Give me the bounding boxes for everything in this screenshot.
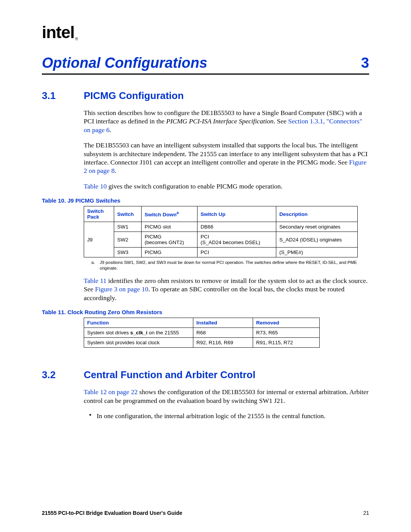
section-title: Central Function and Arbiter Control [84,369,255,381]
cell: SW1 [114,222,142,232]
table-row: J9 SW1 PICMG slot DB66 Secondary reset o… [84,222,358,232]
cell: SW3 [114,248,142,257]
col-removed: Removed [253,318,320,328]
chapter-title: Optional Configurations [42,55,207,71]
col-function: Function [84,318,193,328]
table-11-caption: Table 11. Clock Routing Zero Ohm Resisto… [42,309,369,315]
cell: System slot provides local clock [84,338,193,348]
col-description: Description [276,206,358,222]
table-10: Switch Pack Switch Switch Downa Switch U… [84,206,358,257]
intel-logo: intel ® [42,23,369,42]
chapter-header: Optional Configurations 3 [42,55,369,75]
cell: S_AD24 (IDSEL) originates [276,232,358,248]
cell: DB66 [198,222,276,232]
section-3-1-header: 3.1 PICMG Configuration [42,90,369,102]
logo-reg: ® [75,37,77,41]
cell: R92, R116, R69 [193,338,253,348]
cell-pack: J9 [84,222,114,257]
cell: PICMG(becomes GNT2) [142,232,198,248]
table-row: SW3 PICMG PCI (S_PME#) [84,248,358,257]
cell: R91, R115, R72 [253,338,320,348]
link-table-12[interactable]: Table 12 on page 22 [84,388,138,396]
cell: System slot drives s_clk_i on the 21555 [84,328,193,338]
section-title: PICMG Configuration [84,90,184,102]
col-switch-up: Switch Up [198,206,276,222]
paragraph: Table 10 gives the switch configuration … [84,182,369,190]
link-figure-3[interactable]: Figure 3 on page 10 [95,285,148,293]
bullet-item: • In one configuration, the internal arb… [89,412,369,420]
bullet-icon: • [89,412,97,420]
link-table-11[interactable]: Table 11 [84,277,107,284]
col-switch: Switch [114,206,142,222]
section-number: 3.1 [42,90,84,102]
table-row: System slot drives s_clk_i on the 21555 … [84,328,320,338]
table-header-row: Function Installed Removed [84,318,320,328]
table-row: System slot provides local clock R92, R1… [84,338,320,348]
table-10-caption: Table 10. J9 PICMG Switches [42,197,369,204]
paragraph: The DE1B55503 can have an intelligent su… [84,141,369,175]
chapter-number: 3 [361,55,369,71]
paragraph: Table 11 identifies the zero ohm resisto… [84,276,369,302]
link-table-10[interactable]: Table 10 [84,182,107,190]
footer-title: 21555 PCI-to-PCI Bridge Evaluation Board… [42,510,182,516]
cell: Secondary reset originates [276,222,358,232]
spec-name: PICMG PCI-ISA Interface Specification [166,117,274,125]
cell: PICMG [142,248,198,257]
table-10-footnote: a. J9 positions SW1, SW2, and SW3 must b… [91,260,369,271]
paragraph: Table 12 on page 22 shows the configurat… [84,388,369,405]
cell: PCI(S_AD24 becomes DSEL) [198,232,276,248]
page-number: 21 [363,510,369,516]
cell: PCI [198,248,276,257]
section-number: 3.2 [42,369,84,381]
cell: (S_PME#) [276,248,358,257]
table-row: SW2 PICMG(becomes GNT2) PCI(S_AD24 becom… [84,232,358,248]
page-footer: 21555 PCI-to-PCI Bridge Evaluation Board… [42,510,369,516]
table-11: Function Installed Removed System slot d… [84,318,320,348]
col-switch-pack: Switch Pack [84,206,114,222]
table-header-row: Switch Pack Switch Switch Downa Switch U… [84,206,358,222]
logo-text: intel [42,23,74,42]
cell: SW2 [114,232,142,248]
cell: R73, R65 [253,328,320,338]
section-3-2-header: 3.2 Central Function and Arbiter Control [42,369,369,381]
cell: R68 [193,328,253,338]
col-switch-down: Switch Downa [142,206,198,222]
paragraph: This section describes how to configure … [84,109,369,134]
col-installed: Installed [193,318,253,328]
bullet-text: In one configuration, the internal arbit… [97,412,325,420]
cell: PICMG slot [142,222,198,232]
